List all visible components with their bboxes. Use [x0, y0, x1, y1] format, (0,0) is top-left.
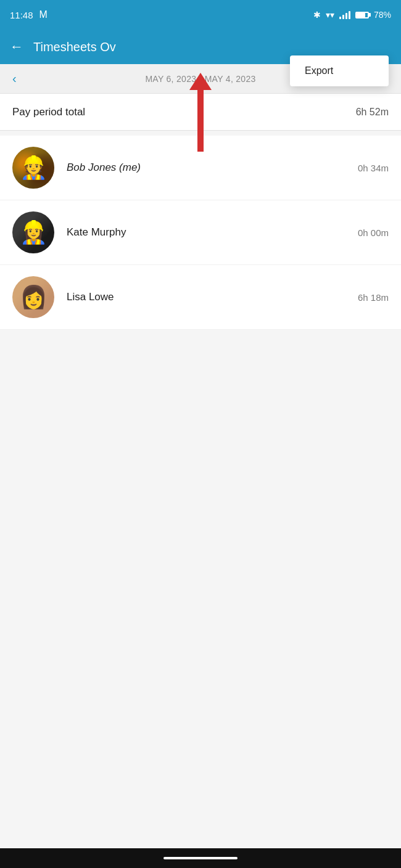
- annotation-arrow: [189, 73, 212, 152]
- avatar-lisa: [12, 276, 54, 318]
- employee-item-lisa[interactable]: Lisa Lowe 6h 18m: [0, 265, 401, 330]
- page-title: Timesheets Ov: [33, 40, 391, 54]
- export-menu-item[interactable]: Export: [305, 65, 333, 76]
- status-right: ✱ ▾▾ 78%: [313, 10, 391, 20]
- employee-time-bob: 0h 34m: [358, 163, 389, 173]
- employee-time-kate: 0h 00m: [358, 227, 389, 238]
- arrow-shaft: [197, 90, 204, 152]
- employee-time-lisa: 6h 18m: [358, 292, 389, 303]
- wifi-icon: ▾▾: [326, 10, 334, 20]
- status-bar: 11:48 M ✱ ▾▾ 78%: [0, 0, 401, 30]
- arrow-head: [189, 73, 212, 90]
- avatar-bob: [12, 147, 54, 189]
- employee-item-kate[interactable]: Kate Murphy 0h 00m: [0, 200, 401, 265]
- employee-list: Bob Jones (me) 0h 34m Kate Murphy 0h 00m…: [0, 136, 401, 330]
- pay-period-value: 6h 52m: [356, 107, 389, 118]
- home-indicator: [163, 857, 238, 859]
- time-display: 11:48: [10, 10, 33, 20]
- bluetooth-icon: ✱: [313, 10, 321, 20]
- back-button[interactable]: ←: [10, 39, 23, 55]
- status-left: 11:48 M: [10, 9, 48, 20]
- battery-icon: [355, 12, 369, 18]
- battery-percent: 78%: [374, 10, 391, 20]
- bottom-nav-bar: [0, 848, 401, 868]
- avatar-kate: [12, 211, 54, 253]
- mail-icon: M: [39, 9, 48, 20]
- signal-icon: [339, 10, 350, 19]
- employee-name-kate: Kate Murphy: [67, 226, 345, 239]
- employee-name-bob: Bob Jones (me): [67, 162, 345, 174]
- prev-period-button[interactable]: ‹: [7, 69, 22, 88]
- pay-period-label: Pay period total: [12, 106, 85, 118]
- export-dropdown: Export: [290, 55, 389, 86]
- employee-name-lisa: Lisa Lowe: [67, 291, 345, 303]
